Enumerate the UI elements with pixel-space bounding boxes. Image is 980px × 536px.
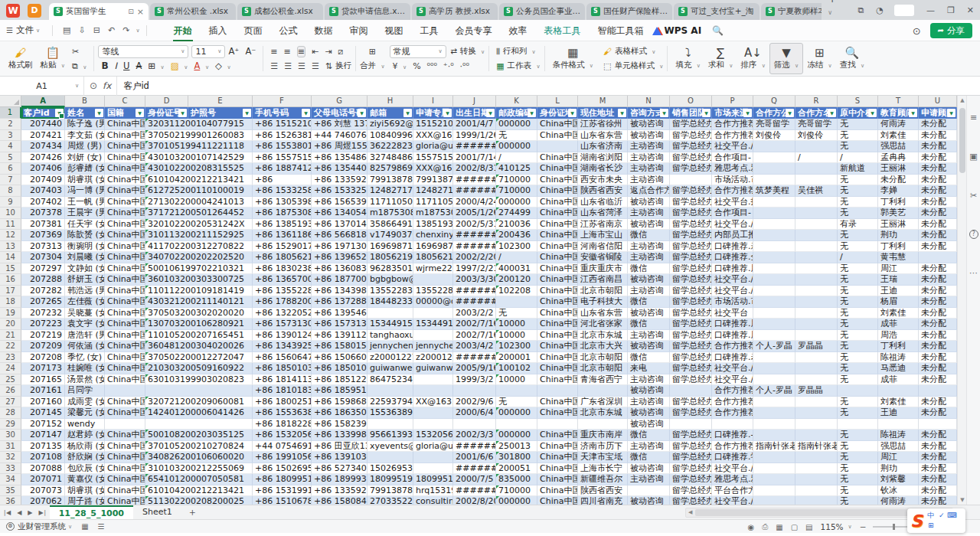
row-header-27[interactable]: 27 xyxy=(0,397,21,408)
cell[interactable]: 未分配 xyxy=(919,374,957,386)
cell[interactable]: 000000 xyxy=(496,119,537,130)
cell[interactable] xyxy=(413,463,453,475)
cell[interactable]: 2005/9/16 xyxy=(453,363,496,374)
cell[interactable]: 河北省张家 xyxy=(578,319,628,330)
first-sheet-icon[interactable]: ∣◀ xyxy=(3,509,11,516)
cell[interactable]: 1999/3/2 xyxy=(453,374,496,386)
menu-tab[interactable]: 智能工具箱 xyxy=(590,20,652,41)
cell[interactable] xyxy=(753,308,795,319)
cell[interactable]: 主动咨询 xyxy=(628,286,670,297)
cell[interactable]: China中国 xyxy=(105,485,145,497)
cell[interactable]: 口碑推荐.朋 xyxy=(712,319,753,330)
cell[interactable]: +86 1506607386 xyxy=(312,352,368,364)
cell[interactable]: 612725200110100019 xyxy=(145,185,253,197)
cell[interactable]: 无 xyxy=(838,463,878,475)
cell[interactable]: +86 1565399710 xyxy=(312,197,368,208)
row-header-26[interactable]: 26 xyxy=(0,385,21,397)
cell[interactable]: 主动咨询 xyxy=(628,241,670,253)
cell[interactable]: +86 15106786 xyxy=(253,496,312,505)
filter-dropdown-icon[interactable]: ▼ xyxy=(568,109,577,117)
cell[interactable]: 无 xyxy=(838,197,878,208)
cell[interactable]: 留学总经办 xyxy=(670,286,712,297)
cell[interactable]: +86 1354402198 xyxy=(312,163,368,175)
cell[interactable]: 2003/4/2 xyxy=(453,341,496,352)
cell[interactable]: 410125 xyxy=(496,163,537,175)
cell[interactable]: +86 1395468251 xyxy=(312,308,368,319)
cell[interactable]: China中国 xyxy=(537,319,578,330)
cell[interactable]: 无 xyxy=(838,141,878,152)
cell[interactable]: 153205635 xyxy=(413,430,453,441)
align-top-icon[interactable]: ≡ xyxy=(270,47,277,57)
cell[interactable]: +86 1971300890 xyxy=(312,241,368,253)
cell[interactable]: 10000 xyxy=(496,374,537,386)
cell[interactable]: China中国 xyxy=(537,208,578,219)
wrap-text-button[interactable]: 换行 xyxy=(335,60,351,71)
file-tab[interactable]: S高学历 教授.xlsx xyxy=(412,3,498,20)
cell[interactable] xyxy=(838,385,878,397)
cell[interactable]: 100102 xyxy=(496,363,537,374)
cell[interactable]: 被动咨询 xyxy=(628,119,670,130)
cell[interactable]: 主动咨询 xyxy=(628,163,670,175)
cell[interactable]: jennychen( xyxy=(368,341,413,352)
header-cell[interactable]: 原中介机▼ xyxy=(838,107,878,119)
cell[interactable]: 罗晶晶 xyxy=(795,385,838,397)
zoom-level[interactable]: 115% xyxy=(821,522,844,531)
cell[interactable]: 丁利利 xyxy=(878,341,919,352)
cell[interactable]: China中国 xyxy=(537,296,578,308)
cell[interactable]: ######## xyxy=(453,286,496,297)
filter-dropdown-icon[interactable]: ▼ xyxy=(528,109,536,117)
cell[interactable]: 口碑推荐.- xyxy=(712,430,753,441)
cell[interactable]: 荆玏 xyxy=(878,230,919,241)
row-header-30[interactable]: 30 xyxy=(0,430,21,441)
header-cell[interactable]: 姓名▼ xyxy=(65,107,105,119)
cell[interactable] xyxy=(537,419,578,430)
cell[interactable] xyxy=(919,385,957,397)
cell[interactable]: 2002/7/16 xyxy=(453,330,496,342)
cell[interactable]: xyevents@ xyxy=(368,441,413,453)
cell[interactable]: 124827175 xyxy=(413,185,453,197)
cell[interactable]: 未分配 xyxy=(919,496,957,505)
find-button[interactable]: 🔍查找 ∨ xyxy=(836,43,868,74)
cell[interactable]: 117110505 xyxy=(368,197,413,208)
cell[interactable]: 207209 xyxy=(21,341,65,352)
cell[interactable] xyxy=(753,407,795,419)
cell[interactable]: 未分配 xyxy=(919,119,957,130)
cell[interactable]: 山东省临沂 xyxy=(578,197,628,208)
cell[interactable]: China中国 xyxy=(537,241,578,253)
cell[interactable]: China中国 xyxy=(105,286,145,297)
cell[interactable]: 2002/7/16 xyxy=(453,319,496,330)
row-header-13[interactable]: 13 xyxy=(0,241,21,253)
row-header-7[interactable]: 7 xyxy=(0,175,21,186)
cell[interactable]: +86 1877000215 xyxy=(312,274,368,286)
cell[interactable]: 411702200312270822 xyxy=(145,241,253,253)
cell[interactable]: 207108 xyxy=(21,452,65,463)
cell[interactable]: 207402 xyxy=(21,197,65,208)
cell[interactable]: 留学总经办 xyxy=(670,241,712,253)
cell[interactable]: 梁馨元 (女 xyxy=(65,407,105,419)
cell[interactable] xyxy=(795,430,838,441)
cell[interactable]: 无 xyxy=(838,496,878,505)
number-format-select[interactable]: 常规∨ xyxy=(390,45,446,58)
name-box[interactable]: A1∨ xyxy=(0,77,84,96)
file-tab[interactable]: S英国留学生⊡× xyxy=(49,3,149,20)
cell[interactable]: 市场活动.市 xyxy=(712,296,753,308)
row-header-36[interactable]: 36 xyxy=(0,496,21,505)
page-layout-view-icon[interactable]: ▢ xyxy=(791,523,798,531)
cell[interactable]: 未分配 xyxy=(919,485,957,497)
row-header-1[interactable]: 1 xyxy=(0,107,21,119)
cell[interactable]: 360103200303300725 xyxy=(145,274,253,286)
decrease-font-icon[interactable]: A⁻ xyxy=(245,46,256,57)
cell[interactable]: China中国 xyxy=(105,163,145,175)
cell[interactable]: 孟冉冉 xyxy=(878,152,919,164)
last-sheet-icon[interactable]: ▶∣ xyxy=(38,509,46,516)
cell[interactable]: 180562199 xyxy=(413,252,453,263)
cell[interactable]: 留学总经办 xyxy=(670,407,712,419)
cell[interactable]: 雅思考点.雅 xyxy=(712,474,753,485)
cell[interactable]: ######## xyxy=(453,141,496,152)
cell[interactable]: 社交平台.抖 xyxy=(712,197,753,208)
page-break-view-icon[interactable]: ▤ xyxy=(805,523,812,531)
cell[interactable]: +86 1391030658 xyxy=(312,452,368,463)
filter-dropdown-icon[interactable]: ▼ xyxy=(358,109,366,117)
cell[interactable]: 桂婉唯 (女 xyxy=(65,363,105,374)
cell[interactable]: China中国 xyxy=(105,474,145,485)
